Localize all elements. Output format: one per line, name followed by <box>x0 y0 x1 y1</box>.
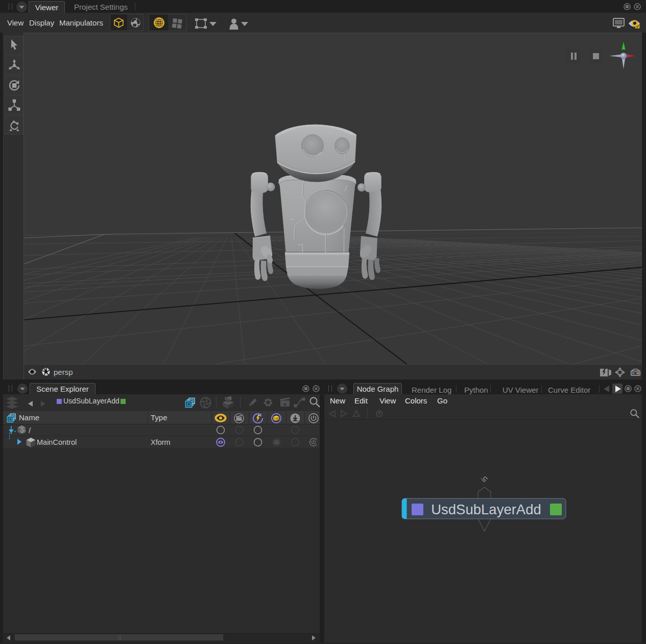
svg-text:UsdSubLayerAdd: UsdSubLayerAdd <box>431 502 541 517</box>
svg-text:in: in <box>479 473 489 484</box>
